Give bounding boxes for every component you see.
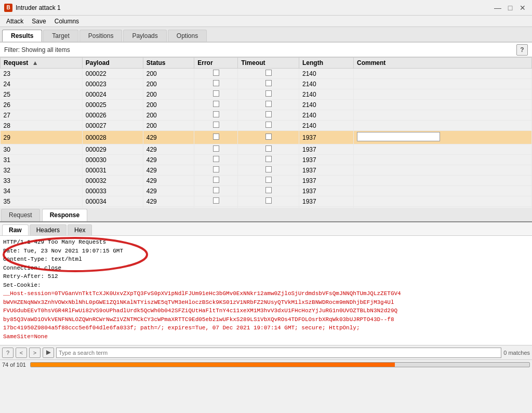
table-row[interactable]: 340000334291937 — [1, 186, 532, 196]
table-row[interactable]: 360000354291937 — [1, 207, 532, 208]
cell-error — [194, 196, 238, 207]
cell-timeout — [238, 69, 299, 79]
cell-payload: 000028 — [82, 131, 143, 144]
search-next-button[interactable]: ⯈ — [43, 348, 54, 358]
menu-columns[interactable]: Columns — [50, 17, 83, 26]
cell-comment — [354, 207, 532, 208]
cell-payload: 000022 — [82, 69, 143, 79]
tab-request[interactable]: Request — [1, 209, 40, 221]
help-button[interactable]: ? — [516, 44, 528, 56]
col-timeout[interactable]: Timeout — [238, 58, 299, 69]
cell-comment — [354, 144, 532, 155]
cell-status: 429 — [143, 186, 194, 196]
cell-request: 23 — [1, 69, 83, 79]
cell-timeout — [238, 79, 299, 89]
cell-timeout — [238, 196, 299, 207]
cell-error — [194, 79, 238, 89]
cell-timeout — [238, 186, 299, 196]
table-row[interactable]: 320000314291937 — [1, 165, 532, 176]
table-row[interactable]: 350000344291937 — [1, 196, 532, 207]
col-comment[interactable]: Comment — [354, 58, 532, 69]
menu-save[interactable]: Save — [28, 17, 50, 26]
table-row[interactable]: 310000304291937 — [1, 155, 532, 165]
cell-comment — [354, 79, 532, 89]
cell-timeout — [238, 176, 299, 186]
col-status[interactable]: Status — [143, 58, 194, 69]
app-icon: B — [4, 4, 12, 12]
cell-request: 26 — [1, 100, 83, 110]
cell-status: 200 — [143, 89, 194, 100]
search-next-prev-button[interactable]: > — [29, 348, 41, 358]
cell-error — [194, 100, 238, 110]
menu-attack[interactable]: Attack — [2, 17, 28, 26]
tab-response[interactable]: Response — [42, 209, 87, 221]
cell-timeout — [238, 155, 299, 165]
cell-error — [194, 207, 238, 208]
tab-options[interactable]: Options — [168, 30, 207, 42]
cell-length: 1937 — [299, 155, 353, 165]
search-help-button[interactable]: ? — [2, 348, 14, 358]
response-line: Content-Type: text/html — [3, 255, 529, 264]
table-row[interactable]: 260000252002140 — [1, 100, 532, 110]
table-row[interactable]: 280000272002140 — [1, 121, 532, 131]
status-text: 74 of 101 — [2, 362, 26, 368]
title-bar: B Intruder attack 1 — □ ✕ — [0, 0, 532, 16]
results-table-scroll[interactable]: Request ▲ Payload Status Error Timeout L… — [0, 57, 532, 208]
table-row[interactable]: 230000222002140 — [1, 69, 532, 79]
cell-comment — [354, 155, 532, 165]
cell-error — [194, 131, 238, 144]
menu-bar: Attack Save Columns — [0, 16, 532, 27]
cell-comment — [354, 176, 532, 186]
subtab-raw[interactable]: Raw — [2, 224, 29, 235]
tab-results[interactable]: Results — [2, 30, 42, 42]
cell-error — [194, 144, 238, 155]
cell-request: 36 — [1, 207, 83, 208]
cell-status: 200 — [143, 121, 194, 131]
cell-request: 28 — [1, 121, 83, 131]
cell-error — [194, 186, 238, 196]
results-table-wrapper: Request ▲ Payload Status Error Timeout L… — [0, 57, 532, 208]
cell-timeout — [238, 165, 299, 176]
filter-text: Filter: Showing all items — [4, 46, 70, 54]
subtab-hex[interactable]: Hex — [68, 224, 92, 235]
response-line: Connection: close — [3, 264, 529, 273]
cell-timeout — [238, 131, 299, 144]
cell-payload: 000023 — [82, 79, 143, 89]
col-error[interactable]: Error — [194, 58, 238, 69]
tab-payloads[interactable]: Payloads — [123, 30, 166, 42]
subtab-headers[interactable]: Headers — [30, 224, 66, 235]
cell-length: 2140 — [299, 100, 353, 110]
cell-comment — [354, 165, 532, 176]
cell-request: 33 — [1, 176, 83, 186]
col-payload[interactable]: Payload — [82, 58, 143, 69]
cell-length: 2140 — [299, 110, 353, 121]
comment-input[interactable] — [357, 132, 440, 141]
table-row[interactable]: 270000262002140 — [1, 110, 532, 121]
tab-positions[interactable]: Positions — [79, 30, 123, 42]
cell-length: 2140 — [299, 79, 353, 89]
table-row[interactable]: 290000284291937 — [1, 131, 532, 144]
response-content[interactable]: HTTP/1.1 429 Too Many RequestsDate: Tue,… — [0, 236, 532, 345]
window-controls: — □ ✕ — [493, 3, 528, 13]
cell-request: 31 — [1, 155, 83, 165]
table-row[interactable]: 300000294291937 — [1, 144, 532, 155]
cell-comment — [354, 196, 532, 207]
req-res-tab-bar: Request Response — [0, 208, 532, 222]
search-prev-button[interactable]: < — [16, 348, 27, 358]
results-table: Request ▲ Payload Status Error Timeout L… — [0, 57, 532, 208]
cell-request: 27 — [1, 110, 83, 121]
cell-payload: 000029 — [82, 144, 143, 155]
cell-length: 2140 — [299, 121, 353, 131]
col-length[interactable]: Length — [299, 58, 353, 69]
table-row[interactable]: 240000232002140 — [1, 79, 532, 89]
maximize-button[interactable]: □ — [505, 3, 515, 13]
close-button[interactable]: ✕ — [517, 3, 528, 13]
search-input[interactable] — [56, 348, 501, 358]
table-row[interactable]: 330000324291937 — [1, 176, 532, 186]
minimize-button[interactable]: — — [493, 3, 503, 13]
tab-target[interactable]: Target — [43, 30, 78, 42]
col-request[interactable]: Request ▲ — [1, 58, 83, 69]
table-row[interactable]: 250000242002140 — [1, 89, 532, 100]
cell-payload: 000027 — [82, 121, 143, 131]
cell-request: 34 — [1, 186, 83, 196]
